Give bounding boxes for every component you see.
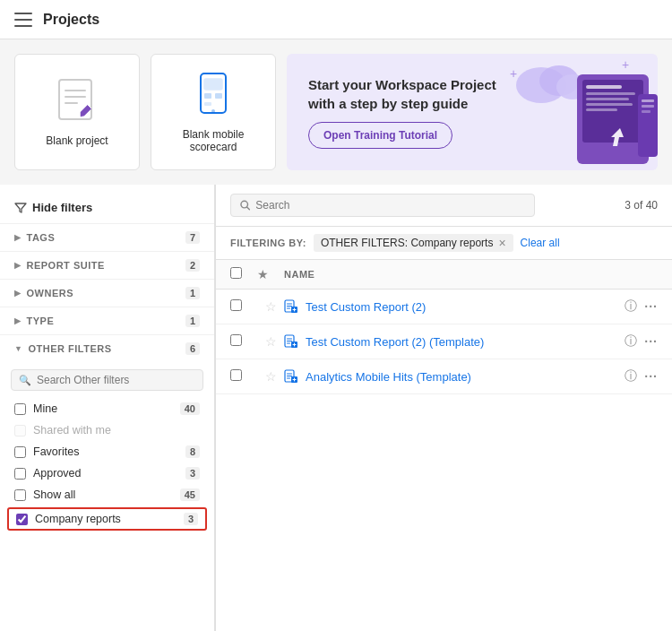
- row-2-actions: ⓘ ···: [604, 333, 658, 350]
- report-type-icon: [284, 369, 298, 384]
- hide-filters-button[interactable]: Hide filters: [0, 195, 214, 223]
- info-button[interactable]: ⓘ: [625, 333, 637, 350]
- report-suite-label: REPORT SUITE: [27, 260, 105, 271]
- filter-row-other-filters[interactable]: ▼ OTHER FILTERS 6: [0, 335, 214, 362]
- content-panel: 3 of 40 FILTERING BY: OTHER FILTERS: Com…: [215, 185, 672, 631]
- filter-row-owners[interactable]: ▶ OWNERS 1: [0, 280, 214, 307]
- main-layout: Hide filters ▶ TAGS 7 ▶ REPORT SUITE 2: [0, 185, 672, 631]
- chevron-right-icon: ▶: [14, 289, 22, 298]
- blank-project-icon: [57, 78, 97, 125]
- hamburger-menu-icon[interactable]: [14, 13, 32, 27]
- filter-row-report-suite[interactable]: ▶ REPORT SUITE 2: [0, 252, 214, 279]
- other-filters-label: OTHER FILTERS: [28, 343, 111, 354]
- more-options-button[interactable]: ···: [644, 299, 658, 314]
- svg-line-29: [247, 207, 250, 210]
- approved-label: Approved: [33, 467, 82, 480]
- filter-row-type[interactable]: ▶ TYPE 1: [0, 307, 214, 334]
- shared-with-me-checkbox: [14, 425, 26, 437]
- filter-section-owners: ▶ OWNERS 1: [0, 279, 214, 307]
- favorites-checkbox[interactable]: [14, 446, 26, 458]
- select-all-checkbox[interactable]: [230, 267, 242, 279]
- more-options-button[interactable]: ···: [644, 334, 658, 349]
- content-toolbar: 3 of 40: [216, 185, 672, 227]
- row-3-star[interactable]: ☆: [257, 369, 284, 384]
- blank-project-card[interactable]: Blank project: [14, 54, 140, 170]
- mine-checkbox[interactable]: [14, 403, 26, 415]
- row-1-actions: ⓘ ···: [604, 298, 658, 315]
- tags-count: 7: [185, 231, 200, 244]
- row-3-name: Analytics Mobile Hits (Template): [284, 369, 604, 384]
- row-2-star[interactable]: ☆: [257, 334, 284, 349]
- blank-mobile-scorecard-icon: [195, 72, 231, 119]
- svg-rect-24: [638, 94, 658, 157]
- svg-rect-22: [586, 103, 633, 106]
- remove-filter-button[interactable]: ×: [498, 237, 505, 249]
- search-icon: 🔍: [19, 375, 31, 386]
- table-row: ☆ Test Custom Report (2) (Template) ⓘ ··…: [216, 324, 672, 359]
- blank-mobile-scorecard-card[interactable]: Blank mobile scorecard: [151, 54, 276, 170]
- shared-with-me-label: Shared with me: [33, 424, 111, 437]
- active-filter-tag-text: OTHER FILTERS: Company reports: [321, 237, 494, 249]
- owners-label: OWNERS: [27, 288, 74, 298]
- show-all-label: Show all: [33, 488, 75, 501]
- open-training-button[interactable]: Open Training Tutorial: [308, 122, 452, 149]
- mine-label: Mine: [33, 402, 57, 415]
- name-column-header: NAME: [284, 269, 604, 280]
- filter-option-show-all: Show all 45: [0, 484, 214, 506]
- company-reports-checkbox[interactable]: [16, 514, 28, 525]
- filtering-by-label: FILTERING BY:: [230, 238, 306, 248]
- type-count: 1: [185, 315, 200, 327]
- owners-count: 1: [185, 287, 200, 299]
- search-icon: [240, 200, 250, 211]
- row-3-actions: ⓘ ···: [604, 368, 658, 385]
- svg-rect-8: [215, 93, 222, 99]
- other-filters-content: 🔍 Mine 40 Shared with me: [0, 362, 214, 540]
- svg-text:+: +: [510, 66, 517, 81]
- hide-filters-label: Hide filters: [32, 201, 92, 214]
- svg-rect-25: [642, 99, 654, 102]
- chevron-right-icon: ▶: [14, 233, 22, 242]
- table-row: ☆ Test Custom Report (2) ⓘ ···: [216, 290, 672, 324]
- filter-section-report-suite: ▶ REPORT SUITE 2: [0, 251, 214, 279]
- header-check: [230, 267, 257, 281]
- content-search-input[interactable]: [255, 199, 525, 212]
- filter-row-tags[interactable]: ▶ TAGS 7: [0, 224, 214, 251]
- info-button[interactable]: ⓘ: [625, 298, 637, 315]
- info-button[interactable]: ⓘ: [625, 368, 637, 385]
- row-2-checkbox[interactable]: [230, 334, 242, 346]
- filter-option-mine: Mine 40: [0, 398, 214, 419]
- row-2-link[interactable]: Test Custom Report (2) (Template): [306, 335, 484, 349]
- filter-option-shared-with-me: Shared with me: [0, 419, 214, 441]
- row-1-link[interactable]: Test Custom Report (2): [306, 300, 426, 314]
- filter-option-approved: Approved 3: [0, 462, 214, 484]
- table-header: ★ NAME: [216, 260, 672, 290]
- star-icon: ☆: [265, 369, 277, 384]
- more-options-button[interactable]: ···: [644, 369, 658, 384]
- other-filters-count: 6: [185, 342, 200, 355]
- row-3-link[interactable]: Analytics Mobile Hits (Template): [306, 370, 471, 384]
- star-icon: ☆: [265, 299, 277, 314]
- other-filters-search: 🔍: [11, 369, 203, 391]
- other-filters-search-input[interactable]: [37, 374, 195, 386]
- cards-area: Blank project Blank mobile scorecard Sta…: [0, 39, 672, 185]
- row-2-name: Test Custom Report (2) (Template): [284, 334, 604, 349]
- active-filter-tag: OTHER FILTERS: Company reports ×: [314, 234, 513, 252]
- report-type-icon: [284, 299, 298, 314]
- row-3-checkbox[interactable]: [230, 369, 242, 381]
- chevron-down-icon: ▼: [14, 344, 22, 353]
- row-1-star[interactable]: ☆: [257, 299, 284, 314]
- filter-section-other-filters: ▼ OTHER FILTERS 6 🔍 Mine 40: [0, 334, 214, 540]
- training-banner: Start your Workspace Projectwith a step …: [287, 54, 658, 170]
- show-all-checkbox[interactable]: [14, 489, 26, 501]
- row-2-check: [230, 334, 257, 349]
- show-all-count: 45: [180, 488, 200, 501]
- report-type-icon: [284, 334, 298, 349]
- page-title: Projects: [43, 12, 99, 28]
- clear-all-button[interactable]: Clear all: [521, 237, 560, 249]
- approved-checkbox[interactable]: [14, 468, 26, 480]
- row-1-checkbox[interactable]: [230, 299, 242, 311]
- row-3-check: [230, 369, 257, 384]
- app-header: Projects: [0, 0, 672, 39]
- filter-section-tags: ▶ TAGS 7: [0, 223, 214, 251]
- svg-text:+: +: [622, 57, 629, 72]
